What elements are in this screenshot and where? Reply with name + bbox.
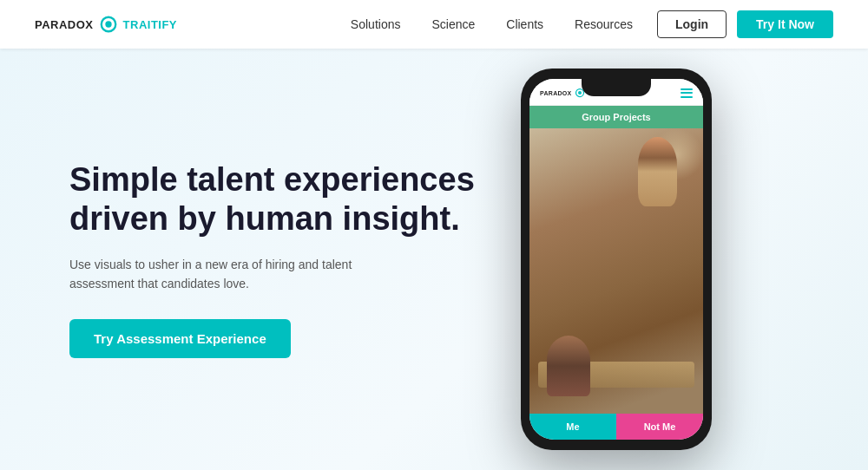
phone-photo	[529, 128, 703, 414]
phone-notch	[582, 79, 651, 96]
photo-person1	[638, 137, 677, 206]
svg-point-3	[578, 91, 582, 95]
logo-traitify-text: TRAITIFY	[123, 18, 178, 31]
logo-paradox-text: PARADOX	[35, 18, 94, 31]
not-me-button[interactable]: Not Me	[616, 414, 703, 440]
hero-subtitle: Use visuals to usher in a new era of hir…	[69, 255, 382, 294]
phone-choice-buttons: Me Not Me	[529, 414, 703, 440]
hero-title: Simple talent experiences driven by huma…	[69, 160, 486, 239]
photo-person2	[547, 336, 590, 396]
phone-screen: PARADOX TRAITIFY Group Projects	[529, 79, 703, 440]
hamburger-icon[interactable]	[681, 88, 693, 98]
try-it-now-button[interactable]: Try It Now	[737, 10, 833, 38]
phone-card-header: Group Projects	[529, 106, 703, 128]
nav-resources[interactable]: Resources	[575, 17, 633, 31]
cta-button[interactable]: Try Assessment Experience	[69, 319, 291, 358]
nav-solutions[interactable]: Solutions	[351, 17, 401, 31]
navbar: PARADOX TRAITIFY Solutions Science Clien…	[0, 0, 868, 49]
phone-frame: PARADOX TRAITIFY Group Projects	[521, 69, 712, 450]
me-button[interactable]: Me	[529, 414, 616, 440]
photo-background	[529, 128, 703, 414]
svg-point-1	[105, 21, 111, 27]
phone-logo-paradox: PARADOX	[540, 90, 572, 96]
phone-mockup: PARADOX TRAITIFY Group Projects	[521, 69, 712, 450]
nav-links: Solutions Science Clients Resources	[351, 17, 633, 31]
hero-content: Simple talent experiences driven by huma…	[69, 160, 486, 359]
login-button[interactable]: Login	[657, 10, 727, 38]
logo-ring-icon	[99, 15, 118, 34]
nav-science[interactable]: Science	[431, 17, 475, 31]
hero-section: Simple talent experiences driven by huma…	[0, 49, 868, 470]
logo: PARADOX TRAITIFY	[35, 15, 177, 34]
nav-clients[interactable]: Clients	[506, 17, 543, 31]
